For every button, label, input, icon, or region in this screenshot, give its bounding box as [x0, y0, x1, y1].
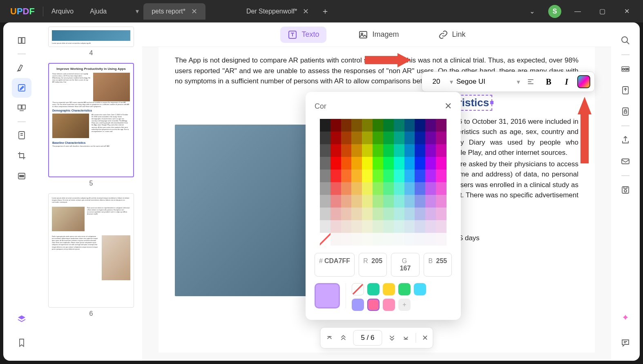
color-cell[interactable]	[373, 157, 383, 170]
color-cell[interactable]	[341, 233, 352, 246]
color-cell[interactable]	[436, 182, 447, 195]
close-nav-button[interactable]: ✕	[422, 333, 428, 342]
align-button[interactable]	[523, 74, 538, 89]
color-cell[interactable]	[415, 170, 425, 182]
font-size-input[interactable]	[426, 78, 447, 86]
color-cell[interactable]	[373, 233, 383, 246]
color-cell[interactable]	[362, 195, 373, 208]
color-cell[interactable]	[383, 233, 394, 246]
color-cell[interactable]	[404, 119, 415, 132]
color-cell[interactable]	[320, 220, 330, 233]
ai-button[interactable]	[616, 309, 635, 329]
text-tool-button[interactable]: Texto	[280, 27, 326, 43]
color-cell[interactable]	[351, 170, 362, 182]
color-cell[interactable]	[362, 132, 373, 144]
color-cell[interactable]	[394, 195, 404, 208]
color-cell[interactable]	[351, 157, 362, 170]
color-cell[interactable]	[341, 144, 352, 157]
tab-pets-report[interactable]: pets report* ✕	[143, 3, 205, 20]
color-cell[interactable]	[351, 182, 362, 195]
color-swatch[interactable]	[383, 299, 395, 311]
organize-tool[interactable]	[12, 98, 31, 118]
image-tool-button[interactable]: Imagem	[351, 27, 406, 43]
hex-input[interactable]: #CDA7FF	[315, 253, 355, 277]
form-tool[interactable]	[12, 125, 31, 145]
color-cell[interactable]	[394, 144, 404, 157]
color-cell[interactable]	[320, 170, 330, 182]
color-cell[interactable]	[404, 220, 415, 233]
color-cell[interactable]	[394, 182, 404, 195]
color-swatch[interactable]	[398, 283, 411, 295]
ocr-button[interactable]: OCR	[616, 59, 635, 79]
color-cell[interactable]	[425, 132, 436, 144]
color-cell[interactable]	[351, 233, 362, 246]
color-cell[interactable]	[415, 195, 425, 208]
color-cell[interactable]	[394, 119, 404, 132]
color-cell[interactable]	[362, 208, 373, 220]
color-cell[interactable]	[330, 119, 341, 132]
color-cell[interactable]	[330, 132, 341, 144]
color-swatch[interactable]	[352, 283, 364, 295]
color-cell[interactable]	[320, 157, 330, 170]
color-cell[interactable]	[330, 182, 341, 195]
color-cell[interactable]	[362, 182, 373, 195]
save-button[interactable]	[616, 180, 635, 200]
page-number-field[interactable]: 5 / 6	[353, 330, 382, 346]
color-cell[interactable]	[362, 157, 373, 170]
color-cell[interactable]	[394, 170, 404, 182]
color-cell[interactable]	[425, 170, 436, 182]
color-cell[interactable]	[362, 220, 373, 233]
color-cell[interactable]	[362, 119, 373, 132]
color-cell[interactable]	[330, 157, 341, 170]
color-cell[interactable]	[362, 170, 373, 182]
color-cell[interactable]	[383, 132, 394, 144]
maximize-button[interactable]: ▢	[594, 3, 610, 20]
tab-steppenwolf[interactable]: Der Steppenwolf* ✕	[238, 3, 317, 20]
color-cell[interactable]	[404, 195, 415, 208]
color-cell[interactable]	[404, 144, 415, 157]
color-cell[interactable]	[341, 119, 352, 132]
close-button[interactable]: ✕	[618, 3, 635, 20]
color-cell[interactable]	[404, 233, 415, 246]
color-swatch[interactable]	[367, 299, 380, 311]
color-cell[interactable]	[436, 208, 447, 220]
color-cell[interactable]	[436, 157, 447, 170]
reader-tool[interactable]	[12, 31, 31, 50]
color-cell[interactable]	[415, 233, 425, 246]
crop-tool[interactable]	[12, 146, 31, 165]
color-cell[interactable]	[320, 195, 330, 208]
link-tool-button[interactable]: Link	[431, 27, 473, 43]
color-cell[interactable]	[351, 132, 362, 144]
b-input[interactable]: B 255	[424, 253, 452, 277]
chevron-down-icon[interactable]: ▾	[450, 78, 453, 86]
color-cell[interactable]	[373, 182, 383, 195]
color-cell[interactable]	[394, 220, 404, 233]
color-cell[interactable]	[351, 195, 362, 208]
redact-tool[interactable]	[12, 166, 31, 186]
color-cell[interactable]	[415, 119, 425, 132]
convert-button[interactable]	[616, 80, 635, 100]
color-cell[interactable]	[373, 144, 383, 157]
color-cell[interactable]	[394, 233, 404, 246]
color-cell[interactable]	[425, 233, 436, 246]
text-color-button[interactable]	[577, 75, 590, 88]
color-cell[interactable]	[383, 157, 394, 170]
color-cell[interactable]	[436, 195, 447, 208]
tab-dropdown[interactable]: ▾	[131, 7, 143, 15]
color-cell[interactable]	[373, 220, 383, 233]
color-cell[interactable]	[383, 195, 394, 208]
highlighter-tool[interactable]	[12, 58, 31, 77]
color-cell[interactable]	[383, 119, 394, 132]
current-color-swatch[interactable]	[315, 283, 340, 308]
color-swatch[interactable]	[414, 283, 426, 295]
color-cell[interactable]	[341, 220, 352, 233]
color-cell[interactable]	[373, 195, 383, 208]
color-cell[interactable]	[415, 220, 425, 233]
color-cell[interactable]	[330, 144, 341, 157]
color-cell[interactable]	[394, 208, 404, 220]
color-cell[interactable]	[320, 144, 330, 157]
color-cell[interactable]	[425, 144, 436, 157]
color-cell[interactable]	[404, 182, 415, 195]
thumbnail-4[interactable]: Lorem ipsum dolor sit amet consectetur a…	[44, 27, 138, 57]
color-cell[interactable]	[362, 144, 373, 157]
